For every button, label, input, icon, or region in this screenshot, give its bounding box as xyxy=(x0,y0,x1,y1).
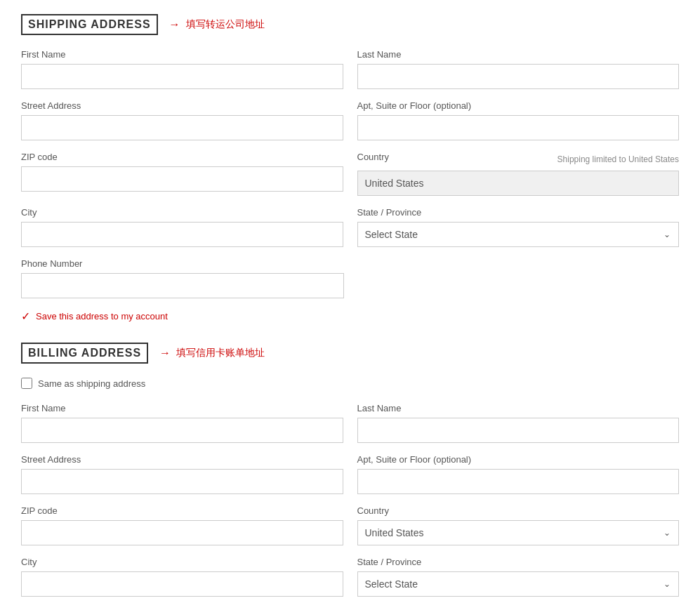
billing-country-select-wrapper: United States ⌄ xyxy=(357,520,680,545)
billing-apt-group: Apt, Suite or Floor (optional) xyxy=(357,454,680,494)
shipping-phone-row: Phone Number xyxy=(21,258,679,298)
shipping-city-input[interactable] xyxy=(21,222,343,247)
shipping-phone-label: Phone Number xyxy=(21,258,344,269)
billing-country-select[interactable]: United States xyxy=(357,520,680,545)
shipping-street-input[interactable] xyxy=(21,115,343,140)
billing-section-header: BILLING ADDRESS → 填写信用卡账单地址 xyxy=(21,343,679,364)
shipping-zip-country-row: ZIP code Country Shipping limited to Uni… xyxy=(21,152,679,196)
shipping-phone-group: Phone Number xyxy=(21,258,344,298)
shipping-city-state-row: City State / Province Select StateAlabam… xyxy=(21,207,679,247)
billing-zip-input[interactable] xyxy=(21,520,343,545)
billing-state-select[interactable]: Select StateAlabamaAlaskaArizonaArkansas… xyxy=(357,571,680,597)
shipping-zip-label: ZIP code xyxy=(21,152,343,162)
shipping-city-label: City xyxy=(21,207,343,218)
billing-hint-text: 填写信用卡账单地址 xyxy=(176,347,265,359)
billing-hint-arrow: → 填写信用卡账单地址 xyxy=(159,347,265,359)
shipping-first-name-input[interactable] xyxy=(21,64,343,89)
billing-city-state-row: City State / Province Select StateAlabam… xyxy=(21,557,679,597)
billing-street-group: Street Address xyxy=(21,454,343,494)
billing-first-name-label: First Name xyxy=(21,403,343,413)
shipping-country-group: Country Shipping limited to United State… xyxy=(357,152,680,196)
shipping-country-value: United States xyxy=(365,178,424,189)
checkmark-icon: ✓ xyxy=(21,310,30,323)
shipping-apt-label: Apt, Suite or Floor (optional) xyxy=(357,100,680,111)
shipping-name-row: First Name Last Name xyxy=(21,49,679,89)
shipping-street-group: Street Address xyxy=(21,100,343,140)
save-address-row: ✓ Save this address to my account xyxy=(21,310,679,323)
shipping-section-title: SHIPPING ADDRESS xyxy=(21,14,158,35)
billing-last-name-input[interactable] xyxy=(357,418,680,443)
billing-zip-group: ZIP code xyxy=(21,505,343,545)
arrow-right-icon: → xyxy=(169,18,180,31)
shipping-street-row: Street Address Apt, Suite or Floor (opti… xyxy=(21,100,679,140)
billing-state-select-wrapper: Select StateAlabamaAlaskaArizonaArkansas… xyxy=(357,571,680,597)
billing-country-group: Country United States ⌄ xyxy=(357,505,680,545)
billing-country-label: Country xyxy=(357,505,680,516)
same-as-shipping-label[interactable]: Same as shipping address xyxy=(38,378,145,389)
shipping-hint-text: 填写转运公司地址 xyxy=(186,18,265,31)
shipping-state-select[interactable]: Select StateAlabamaAlaskaArizonaArkansas… xyxy=(357,222,680,247)
shipping-street-label: Street Address xyxy=(21,100,343,111)
shipping-state-select-wrapper: Select StateAlabamaAlaskaArizonaArkansas… xyxy=(357,222,680,247)
shipping-zip-group: ZIP code xyxy=(21,152,343,196)
shipping-first-name-label: First Name xyxy=(21,49,343,60)
shipping-state-group: State / Province Select StateAlabamaAlas… xyxy=(357,207,680,247)
billing-section: BILLING ADDRESS → 填写信用卡账单地址 Same as ship… xyxy=(21,343,679,597)
billing-name-row: First Name Last Name xyxy=(21,403,679,443)
billing-zip-label: ZIP code xyxy=(21,505,343,516)
same-as-shipping-checkbox[interactable] xyxy=(21,378,32,389)
billing-street-row: Street Address Apt, Suite or Floor (opti… xyxy=(21,454,679,494)
billing-street-label: Street Address xyxy=(21,454,343,465)
billing-apt-label: Apt, Suite or Floor (optional) xyxy=(357,454,680,465)
shipping-phone-input[interactable] xyxy=(21,273,344,298)
shipping-hint-arrow: → 填写转运公司地址 xyxy=(169,18,265,31)
shipping-last-name-label: Last Name xyxy=(357,49,680,60)
shipping-first-name-group: First Name xyxy=(21,49,343,89)
shipping-limit-note: Shipping limited to United States xyxy=(557,154,679,164)
billing-state-label: State / Province xyxy=(357,557,680,567)
shipping-country-label: Country xyxy=(357,152,390,162)
shipping-last-name-group: Last Name xyxy=(357,49,680,89)
billing-zip-country-row: ZIP code Country United States ⌄ xyxy=(21,505,679,545)
billing-state-group: State / Province Select StateAlabamaAlas… xyxy=(357,557,680,597)
shipping-country-label-row: Country Shipping limited to United State… xyxy=(357,152,680,166)
billing-first-name-group: First Name xyxy=(21,403,343,443)
save-address-link[interactable]: Save this address to my account xyxy=(36,311,168,322)
shipping-last-name-input[interactable] xyxy=(357,64,680,89)
shipping-city-group: City xyxy=(21,207,343,247)
billing-first-name-input[interactable] xyxy=(21,418,343,443)
shipping-state-label: State / Province xyxy=(357,207,680,218)
billing-city-input[interactable] xyxy=(21,571,343,597)
same-as-shipping-row: Same as shipping address xyxy=(21,378,679,389)
billing-last-name-label: Last Name xyxy=(357,403,680,413)
billing-section-title: BILLING ADDRESS xyxy=(21,343,148,364)
billing-last-name-group: Last Name xyxy=(357,403,680,443)
shipping-apt-group: Apt, Suite or Floor (optional) xyxy=(357,100,680,140)
shipping-section-header: SHIPPING ADDRESS → 填写转运公司地址 xyxy=(21,14,679,35)
shipping-apt-input[interactable] xyxy=(357,115,680,140)
billing-city-group: City xyxy=(21,557,343,597)
billing-arrow-right-icon: → xyxy=(159,347,171,359)
billing-city-label: City xyxy=(21,557,343,567)
billing-apt-input[interactable] xyxy=(357,469,680,494)
shipping-zip-input[interactable] xyxy=(21,166,343,192)
shipping-country-display: United States xyxy=(357,171,680,196)
billing-street-input[interactable] xyxy=(21,469,343,494)
